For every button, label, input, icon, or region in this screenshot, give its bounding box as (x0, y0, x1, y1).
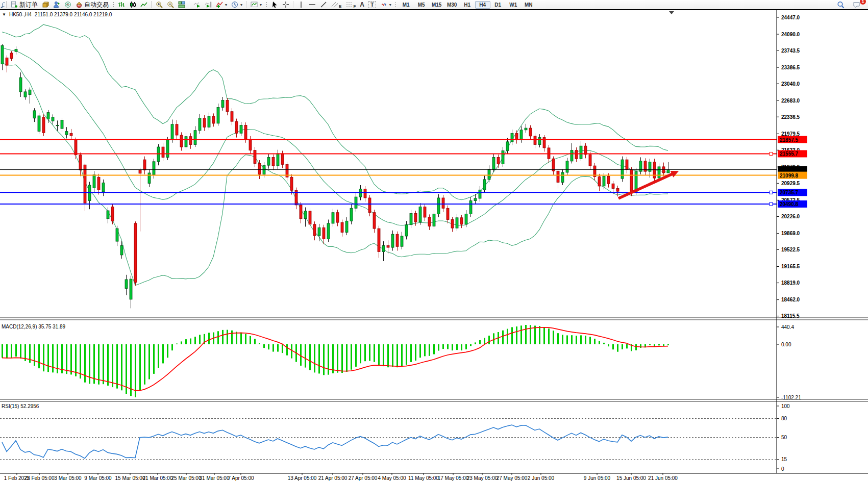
timeframe-mn[interactable]: MN (521, 1, 536, 9)
auto-scroll-button[interactable] (191, 1, 203, 9)
candle (162, 143, 164, 161)
separator (151, 1, 152, 8)
price-axis-tick: 23743.5 (781, 48, 800, 54)
notifications-button[interactable]: 1 (851, 1, 863, 9)
candle (350, 205, 353, 224)
candle (580, 141, 582, 161)
hline-handle[interactable] (770, 152, 773, 155)
toolbar-drag-handle[interactable] (265, 1, 267, 8)
timeframe-m5[interactable]: M5 (414, 1, 429, 9)
separator (293, 1, 294, 8)
timeframe-h4[interactable]: H4 (475, 1, 490, 9)
candle (93, 171, 95, 192)
candle (529, 125, 532, 140)
trendline-tool-button[interactable] (318, 1, 329, 9)
zoom-out-button[interactable] (165, 1, 176, 9)
time-axis-label: 3 Mar 05:00 (54, 475, 82, 481)
arrows-tool-button[interactable]: ▾ (378, 1, 393, 9)
candle (203, 115, 206, 131)
macd-axis-tick: -1102.21 (781, 395, 801, 400)
candle (465, 210, 467, 227)
label-tool-button[interactable]: T (366, 1, 378, 9)
timeframe-h1[interactable]: H1 (460, 1, 475, 9)
chart-canvas[interactable]: 24447.024090.023743.523386.523040.022683… (0, 10, 868, 482)
vertical-line-icon (297, 1, 305, 8)
horizontal-line-tool-button[interactable] (307, 1, 318, 9)
price-badge-text: 21099.8 (780, 173, 799, 179)
sonar-icon (64, 1, 71, 8)
mt4-window: 新订单 自动交易 (0, 0, 868, 482)
new-order-icon (11, 1, 18, 8)
channel-letter: E (339, 4, 341, 9)
candle (304, 208, 307, 227)
search-icon (837, 1, 845, 9)
candle (235, 119, 238, 138)
candle (368, 195, 371, 216)
new-order-button[interactable]: 新订单 (9, 1, 40, 9)
crosshair-icon (282, 1, 289, 8)
zoom-in-icon (156, 1, 163, 8)
line-chart-mode-button[interactable] (138, 1, 150, 9)
timeframe-m30[interactable]: M30 (444, 1, 460, 9)
candle (373, 210, 376, 233)
candle (70, 129, 72, 140)
candle (88, 182, 91, 210)
candle (176, 120, 178, 139)
candle (428, 214, 431, 230)
periods-button[interactable]: ▾ (229, 1, 244, 9)
hline-handle[interactable] (770, 191, 773, 194)
channel-tool-button[interactable]: E (329, 1, 343, 9)
candle (185, 133, 187, 149)
toolbar-drag-handle[interactable] (395, 1, 397, 8)
text-tool-button[interactable]: A (358, 1, 366, 9)
candlestick-mode-button[interactable] (127, 1, 138, 9)
price-axis-tick: 18462.0 (781, 297, 800, 302)
templates-button[interactable]: ▾ (249, 1, 264, 9)
candle (424, 204, 426, 221)
candle (401, 232, 403, 249)
price-axis-tick: 24447.0 (781, 15, 800, 20)
timeframe-m1[interactable]: M1 (399, 1, 414, 9)
timeframe-w1[interactable]: W1 (506, 1, 521, 9)
chart-shift-icon (205, 1, 212, 8)
vertical-line-tool-button[interactable] (295, 1, 307, 9)
candle (341, 220, 343, 237)
indicators-button[interactable]: ▾ (214, 1, 229, 9)
candle-series (1, 44, 669, 308)
time-axis-label: 9 Jun 05:00 (584, 475, 611, 481)
zoom-in-button[interactable] (154, 1, 165, 9)
candle (295, 188, 297, 210)
profile-button[interactable] (51, 1, 62, 9)
chart-shift-button[interactable] (203, 1, 214, 9)
tile-windows-button[interactable] (176, 1, 187, 9)
candle (300, 202, 302, 223)
candle (116, 226, 118, 246)
fibonacci-tool-button[interactable]: F (343, 1, 358, 9)
bollinger-bands (2, 24, 668, 285)
toolbar-drag-handle[interactable] (112, 1, 114, 8)
rsi-indicator-label: RSI(15) 52.2956 (2, 403, 39, 409)
price-axis-tick: 24090.0 (781, 32, 800, 37)
symbol-dropdown-icon[interactable]: ▼ (2, 12, 6, 17)
rsi-name: RSI(15) (2, 403, 19, 409)
label-tool-letter: T (368, 1, 376, 8)
candle (534, 133, 536, 148)
candle (364, 186, 366, 202)
search-button[interactable] (835, 1, 847, 9)
symbol-info-bar: ▼ HK50-,H4 21151.0 21379.0 21146.0 21219… (2, 12, 112, 17)
timeframe-d1[interactable]: D1 (490, 1, 506, 9)
bar-chart-mode-button[interactable] (116, 1, 127, 9)
window-icon[interactable] (0, 1, 5, 9)
time-axis-label: 15 Jun 05:00 (616, 475, 646, 481)
candle (75, 138, 77, 160)
timeframe-m15[interactable]: M15 (429, 1, 444, 9)
chart-shift-marker[interactable] (669, 11, 674, 14)
cursor-tool-button[interactable] (269, 1, 280, 9)
auto-trading-button[interactable]: 自动交易 (73, 1, 111, 9)
crosshair-tool-button[interactable] (280, 1, 291, 9)
hline-handle[interactable] (770, 202, 773, 206)
candle (515, 131, 518, 144)
signals-button[interactable] (62, 1, 73, 9)
market-watch-button[interactable] (40, 1, 51, 9)
time-axis-label: 27 May 05:00 (497, 475, 528, 481)
